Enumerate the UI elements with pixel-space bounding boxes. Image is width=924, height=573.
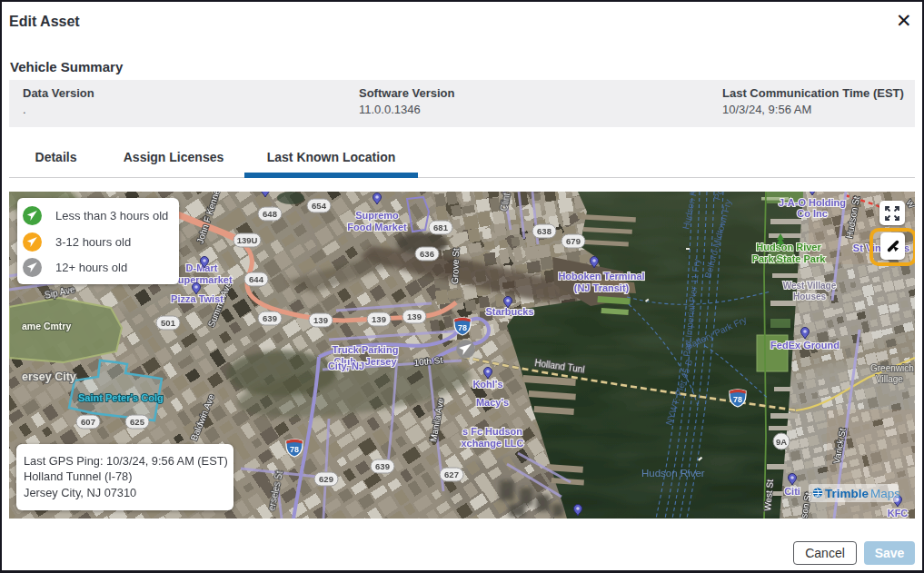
svg-text:Co Inc: Co Inc <box>797 208 828 219</box>
svg-text:501: 501 <box>161 318 176 328</box>
svg-text:627: 627 <box>444 469 459 479</box>
svg-text:648: 648 <box>263 209 277 219</box>
svg-text:78: 78 <box>290 445 299 454</box>
svg-text:FedEx Ground: FedEx Ground <box>770 340 840 351</box>
svg-text:679: 679 <box>566 236 581 246</box>
svg-text:636: 636 <box>420 249 434 259</box>
svg-text:Supermarket: Supermarket <box>171 274 233 285</box>
svg-text:(NJ Transit): (NJ Transit) <box>574 282 630 293</box>
svg-text:78: 78 <box>458 323 467 332</box>
svg-text:78: 78 <box>733 395 742 404</box>
svg-text:s Fc Hudson: s Fc Hudson <box>462 426 522 437</box>
svg-text:ersey City: ersey City <box>22 370 76 383</box>
svg-text:9A: 9A <box>776 437 787 447</box>
svg-text:Starbucks: Starbucks <box>485 306 533 317</box>
svg-text:654: 654 <box>312 201 327 211</box>
svg-text:Grove St: Grove St <box>450 248 461 284</box>
svg-text:Houses: Houses <box>793 291 827 301</box>
svg-text:Trimble: Trimble <box>825 487 869 500</box>
svg-text:City, NJ: City, NJ <box>328 361 364 371</box>
svg-text:607: 607 <box>81 417 95 427</box>
svg-text:xchange LLC: xchange LLC <box>461 438 523 449</box>
svg-text:139U: 139U <box>237 235 258 245</box>
svg-text:639: 639 <box>375 461 390 471</box>
svg-text:Maps: Maps <box>870 487 900 500</box>
svg-text:ame Cmtry: ame Cmtry <box>22 321 71 331</box>
svg-text:West Village: West Village <box>783 281 837 291</box>
svg-text:644: 644 <box>249 274 264 284</box>
svg-text:Park State Park: Park State Park <box>752 253 827 264</box>
svg-text:Truck Parking: Truck Parking <box>333 344 399 355</box>
svg-text:681: 681 <box>433 222 449 232</box>
svg-text:Macy's: Macy's <box>476 397 509 408</box>
svg-text:Hudson River: Hudson River <box>641 468 705 479</box>
svg-text:J-A-O Holding: J-A-O Holding <box>779 197 846 208</box>
svg-text:Village: Village <box>876 374 903 384</box>
svg-text:638: 638 <box>537 226 551 236</box>
svg-text:Pizza Twist: Pizza Twist <box>171 293 224 304</box>
svg-text:Food Market: Food Market <box>347 222 407 232</box>
svg-text:139: 139 <box>313 315 328 325</box>
svg-text:Greenwich: Greenwich <box>870 363 914 373</box>
svg-text:139: 139 <box>372 314 386 324</box>
svg-text:625: 625 <box>130 417 145 427</box>
svg-text:139: 139 <box>407 311 422 321</box>
svg-text:Kohl's: Kohl's <box>472 379 502 390</box>
svg-text:629: 629 <box>319 474 333 484</box>
svg-text:Citi: Citi <box>784 486 800 497</box>
svg-text:Supremo: Supremo <box>355 210 399 221</box>
svg-text:KFC: KFC <box>888 508 909 519</box>
svg-text:Saint Peter's Colg: Saint Peter's Colg <box>78 392 164 403</box>
svg-text:Hudson River: Hudson River <box>756 242 821 252</box>
svg-text:Hoboken Terminal: Hoboken Terminal <box>558 271 644 282</box>
svg-text:639: 639 <box>263 313 277 323</box>
